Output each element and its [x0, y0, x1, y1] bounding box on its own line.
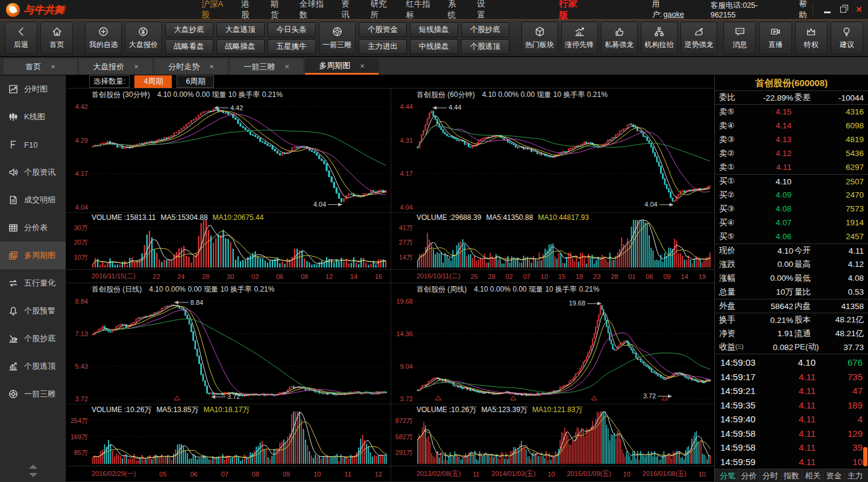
short-term-button[interactable]: 短线操盘	[410, 22, 458, 37]
five-star-button[interactable]: 五星擒牛	[268, 39, 316, 54]
mid-term-button[interactable]: 中线操盘	[410, 39, 458, 54]
svg-text:3.72: 3.72	[643, 392, 656, 399]
ask-row-3[interactable]: 卖③ 4.13 4819	[715, 133, 868, 146]
main-force-button[interactable]: 主力进出	[359, 39, 407, 54]
close-icon[interactable]: ×	[134, 62, 139, 71]
tab-multi-period[interactable]: 多周期图 ×	[305, 58, 379, 75]
tab-intraday[interactable]: 分时	[760, 471, 781, 481]
back-button[interactable]: 后退	[5, 22, 37, 54]
speaker-icon	[8, 167, 19, 178]
home-button[interactable]: 首页	[40, 22, 73, 54]
sidebar-item-wuxing[interactable]: 五行量化	[0, 269, 66, 297]
svg-text:4.04: 4.04	[75, 204, 88, 211]
menu-futures[interactable]: 期货	[270, 0, 283, 20]
sidebar-item-stock-news[interactable]: 个股资讯	[0, 158, 66, 186]
strategy-trade-button[interactable]: 战略操盘	[216, 39, 265, 54]
tab-price-dist[interactable]: 分价	[738, 471, 760, 481]
scrollbar-thumb[interactable]	[863, 447, 867, 466]
bid-row-2[interactable]: 买② 4.09 2470	[715, 188, 868, 202]
menu-settings[interactable]: 设置	[477, 0, 489, 20]
tab-arrow3[interactable]: 一箭三雕 ×	[230, 58, 303, 75]
svg-text:291万: 291万	[395, 449, 413, 456]
sidebar-item-alert[interactable]: 个股预警	[0, 297, 66, 325]
bid-row-1[interactable]: 买① 4.10 2507	[715, 174, 868, 188]
menu-sh-sz-a[interactable]: 沪深A股	[201, 0, 225, 20]
close-button[interactable]: ×	[856, 5, 862, 14]
price-chart[interactable]: 4.444.314.174.044.444.04	[391, 101, 714, 212]
scroll-up-icon[interactable]	[29, 465, 37, 469]
period-6-button[interactable]: 6周期	[177, 75, 214, 88]
menu-hk[interactable]: 港股	[241, 0, 254, 20]
headlines-button[interactable]: 今日头条	[268, 22, 316, 37]
stock-bottom-button[interactable]: 个股抄底	[461, 22, 509, 37]
tab-funds[interactable]: 资金	[823, 471, 844, 481]
sidebar-item-stock-top[interactable]: 个股逃顶	[0, 352, 66, 380]
sidebar-item-arrow3[interactable]: 一箭三雕	[0, 380, 66, 408]
market-quote-button[interactable]: 大盘报价	[125, 22, 162, 54]
private-fund-button[interactable]: 私募强龙	[601, 22, 638, 54]
market-bottom-button[interactable]: 大盘抄底	[165, 22, 213, 37]
contrarian-button[interactable]: 逆势强龙	[681, 22, 717, 54]
restore-button[interactable]	[840, 7, 846, 13]
menu-system[interactable]: 系统	[448, 0, 461, 20]
user-name[interactable]: gaoke	[664, 10, 684, 19]
ask-row-4[interactable]: 卖④ 4.14 6098	[715, 119, 868, 133]
messages-button[interactable]: 消息	[723, 22, 756, 54]
bid-row-5[interactable]: 买⑤ 4.06 2457	[715, 230, 868, 243]
menu-research[interactable]: 研究所	[371, 0, 390, 20]
sidebar-item-stock-bottom[interactable]: 个股抄底	[0, 325, 66, 352]
hot-sectors-button[interactable]: 热门板块	[521, 22, 558, 54]
ask-row-5[interactable]: 卖⑤ 4.15 4316	[715, 105, 868, 119]
bid-row-4[interactable]: 买④ 4.07 1914	[715, 216, 868, 230]
price-chart[interactable]: 8.847.135.433.728.843.72	[66, 295, 391, 404]
tab-index[interactable]: 指数	[781, 471, 802, 481]
scroll-down-icon[interactable]	[29, 473, 37, 477]
menu-indicator[interactable]: 红牛指标	[406, 0, 432, 20]
sidebar-item-kline[interactable]: K线图	[0, 103, 66, 131]
close-icon[interactable]: ×	[360, 61, 365, 70]
sidebar-item-trade-detail[interactable]: 成交明细	[0, 186, 66, 214]
sidebar-item-f10[interactable]: F10	[0, 131, 66, 158]
stock-title[interactable]: 首创股份(600008)	[715, 75, 868, 91]
tab-home[interactable]: 首页 ×	[4, 58, 77, 75]
market-top-button[interactable]: 大盘逃顶	[216, 22, 265, 37]
svg-text:4.17: 4.17	[75, 170, 88, 177]
tick-list[interactable]: 14:59:03 4.10 676 14:59:17 4.11 735 14:5…	[715, 354, 868, 469]
suggest-button[interactable]: 建议	[831, 22, 863, 54]
stock-top-button[interactable]: 个股逃顶	[461, 39, 509, 54]
help-link[interactable]: 帮助	[799, 0, 813, 20]
close-icon[interactable]: ×	[209, 62, 214, 71]
arrow3-button[interactable]: 一箭三雕	[319, 22, 356, 54]
minimize-button[interactable]	[824, 11, 831, 13]
sidebar-item-price-table[interactable]: 分价表	[0, 214, 66, 242]
tab-market-quote[interactable]: 大盘报价 ×	[79, 58, 153, 75]
stock-funds-button[interactable]: 个股资金	[359, 22, 407, 37]
institution-button[interactable]: 机构拉抬	[641, 22, 678, 54]
limit-up-button[interactable]: 涨停先锋	[561, 22, 598, 54]
sidebar-item-multi-period[interactable]: 多周期图	[0, 242, 66, 269]
user-account[interactable]: 用户:gaoke	[652, 0, 687, 20]
ask-row-1[interactable]: 卖① 4.11 6297	[715, 160, 868, 174]
sidebar-item-intraday[interactable]: 分时图	[0, 75, 66, 103]
menu-news[interactable]: 资讯	[341, 0, 354, 20]
strategy-watch-button[interactable]: 战略看盘	[165, 39, 213, 54]
tab-intraday[interactable]: 分时走势 ×	[154, 58, 228, 75]
tab-tick[interactable]: 分笔	[717, 471, 738, 481]
window-controls: ×	[813, 4, 862, 16]
chart-up-icon	[574, 26, 585, 37]
toolbar: 后退 首页 我的自选 大盘报价 大盘抄底 战略看盘 大盘逃顶 战略操盘 今日头条…	[0, 20, 868, 57]
menu-global-index[interactable]: 全球指数	[300, 0, 326, 20]
tab-related[interactable]: 相关	[802, 471, 823, 481]
ask-row-2[interactable]: 卖② 4.12 5436	[715, 146, 868, 160]
bid-row-3[interactable]: 买③ 4.08 7573	[715, 202, 868, 216]
live-button[interactable]: 直播	[759, 22, 791, 54]
x-axis: 2013/02/08(五)112014/01/03(五)102015/01/09…	[391, 466, 714, 481]
close-icon[interactable]: ×	[51, 62, 55, 71]
tab-main-force[interactable]: 主力	[845, 471, 866, 481]
price-chart[interactable]: 19.6814.369.043.7219.683.72	[391, 295, 714, 404]
price-chart[interactable]: 4.424.294.174.044.424.04	[66, 101, 391, 212]
privilege-button[interactable]: 特权	[795, 22, 828, 54]
period-4-button[interactable]: 4周期	[134, 75, 172, 88]
close-icon[interactable]: ×	[285, 62, 289, 71]
my-picks-button[interactable]: 我的自选	[85, 22, 122, 54]
